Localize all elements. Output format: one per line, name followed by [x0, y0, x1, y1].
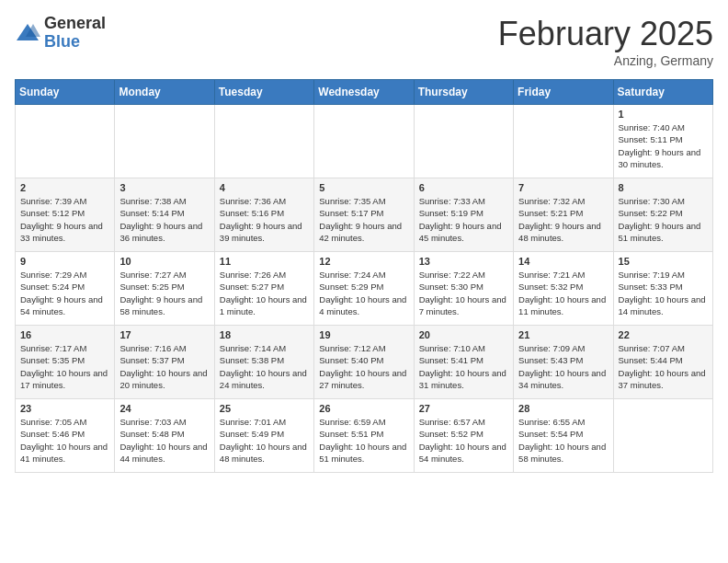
calendar-week-row: 2Sunrise: 7:39 AM Sunset: 5:12 PM Daylig… — [16, 178, 713, 252]
calendar-cell: 12Sunrise: 7:24 AM Sunset: 5:29 PM Dayli… — [314, 252, 414, 326]
calendar-cell — [613, 399, 712, 473]
logo-text: General Blue — [44, 15, 106, 52]
page-header: General Blue February 2025 Anzing, Germa… — [15, 15, 713, 68]
day-number: 28 — [518, 403, 608, 414]
day-number: 25 — [220, 403, 309, 414]
weekday-header: Sunday — [16, 80, 115, 105]
calendar-cell: 28Sunrise: 6:55 AM Sunset: 5:54 PM Dayli… — [514, 399, 613, 473]
weekday-header: Wednesday — [314, 80, 414, 105]
calendar-cell — [16, 105, 115, 178]
day-info: Sunrise: 7:33 AM Sunset: 5:19 PM Dayligh… — [419, 195, 508, 244]
day-info: Sunrise: 7:29 AM Sunset: 5:24 PM Dayligh… — [20, 269, 109, 317]
calendar-cell: 23Sunrise: 7:05 AM Sunset: 5:46 PM Dayli… — [16, 399, 115, 473]
day-info: Sunrise: 7:30 AM Sunset: 5:22 PM Dayligh… — [619, 195, 708, 244]
day-info: Sunrise: 6:57 AM Sunset: 5:52 PM Dayligh… — [419, 416, 508, 465]
logo-general: General — [44, 14, 106, 32]
day-info: Sunrise: 7:14 AM Sunset: 5:38 PM Dayligh… — [220, 342, 309, 391]
location: Anzing, Germany — [498, 53, 713, 68]
calendar-cell: 2Sunrise: 7:39 AM Sunset: 5:12 PM Daylig… — [16, 178, 115, 252]
day-info: Sunrise: 6:55 AM Sunset: 5:54 PM Dayligh… — [518, 416, 608, 465]
day-number: 19 — [319, 329, 408, 340]
day-number: 22 — [619, 329, 708, 340]
day-info: Sunrise: 7:05 AM Sunset: 5:46 PM Dayligh… — [20, 416, 109, 465]
day-number: 5 — [319, 182, 408, 193]
day-info: Sunrise: 7:36 AM Sunset: 5:16 PM Dayligh… — [220, 195, 309, 244]
day-number: 24 — [119, 403, 209, 414]
logo-blue: Blue — [44, 32, 80, 51]
day-number: 1 — [619, 109, 708, 120]
day-info: Sunrise: 7:21 AM Sunset: 5:32 PM Dayligh… — [518, 269, 608, 317]
weekday-header: Monday — [115, 80, 214, 105]
calendar-week-row: 16Sunrise: 7:17 AM Sunset: 5:35 PM Dayli… — [16, 326, 713, 399]
calendar-cell: 21Sunrise: 7:09 AM Sunset: 5:43 PM Dayli… — [514, 326, 613, 399]
calendar-cell: 17Sunrise: 7:16 AM Sunset: 5:37 PM Dayli… — [115, 326, 214, 399]
day-info: Sunrise: 7:07 AM Sunset: 5:44 PM Dayligh… — [619, 342, 708, 391]
calendar-cell: 15Sunrise: 7:19 AM Sunset: 5:33 PM Dayli… — [613, 252, 712, 326]
day-number: 15 — [619, 256, 708, 267]
day-info: Sunrise: 7:03 AM Sunset: 5:48 PM Dayligh… — [119, 416, 209, 465]
calendar-cell — [214, 105, 313, 178]
calendar-cell: 3Sunrise: 7:38 AM Sunset: 5:14 PM Daylig… — [115, 178, 214, 252]
day-info: Sunrise: 7:32 AM Sunset: 5:21 PM Dayligh… — [518, 195, 608, 244]
day-number: 7 — [518, 182, 608, 193]
day-number: 10 — [119, 256, 209, 267]
calendar-cell: 18Sunrise: 7:14 AM Sunset: 5:38 PM Dayli… — [214, 326, 313, 399]
day-info: Sunrise: 7:09 AM Sunset: 5:43 PM Dayligh… — [518, 342, 608, 391]
calendar-cell: 22Sunrise: 7:07 AM Sunset: 5:44 PM Dayli… — [613, 326, 712, 399]
calendar-cell: 20Sunrise: 7:10 AM Sunset: 5:41 PM Dayli… — [414, 326, 513, 399]
weekday-header: Friday — [514, 80, 613, 105]
day-number: 8 — [619, 182, 708, 193]
day-info: Sunrise: 7:19 AM Sunset: 5:33 PM Dayligh… — [619, 269, 708, 317]
day-number: 17 — [119, 329, 209, 340]
day-info: Sunrise: 7:35 AM Sunset: 5:17 PM Dayligh… — [319, 195, 408, 244]
day-info: Sunrise: 7:40 AM Sunset: 5:11 PM Dayligh… — [619, 121, 708, 170]
calendar-cell: 10Sunrise: 7:27 AM Sunset: 5:25 PM Dayli… — [115, 252, 214, 326]
day-number: 4 — [220, 182, 309, 193]
day-number: 6 — [419, 182, 508, 193]
day-number: 16 — [20, 329, 109, 340]
logo-icon — [15, 20, 40, 46]
calendar-cell: 26Sunrise: 6:59 AM Sunset: 5:51 PM Dayli… — [314, 399, 414, 473]
month-title: February 2025 — [498, 15, 713, 53]
calendar-cell: 27Sunrise: 6:57 AM Sunset: 5:52 PM Dayli… — [414, 399, 513, 473]
calendar-cell: 1Sunrise: 7:40 AM Sunset: 5:11 PM Daylig… — [613, 105, 712, 178]
day-number: 27 — [419, 403, 508, 414]
day-info: Sunrise: 7:10 AM Sunset: 5:41 PM Dayligh… — [419, 342, 508, 391]
title-block: February 2025 Anzing, Germany — [498, 15, 713, 68]
calendar-cell — [414, 105, 513, 178]
day-info: Sunrise: 7:16 AM Sunset: 5:37 PM Dayligh… — [119, 342, 209, 391]
calendar-cell: 8Sunrise: 7:30 AM Sunset: 5:22 PM Daylig… — [613, 178, 712, 252]
calendar-cell: 7Sunrise: 7:32 AM Sunset: 5:21 PM Daylig… — [514, 178, 613, 252]
weekday-header: Tuesday — [214, 80, 313, 105]
calendar-cell: 13Sunrise: 7:22 AM Sunset: 5:30 PM Dayli… — [414, 252, 513, 326]
day-info: Sunrise: 7:12 AM Sunset: 5:40 PM Dayligh… — [319, 342, 408, 391]
day-number: 20 — [419, 329, 508, 340]
day-number: 23 — [20, 403, 109, 414]
logo: General Blue — [15, 15, 106, 52]
calendar-cell: 11Sunrise: 7:26 AM Sunset: 5:27 PM Dayli… — [214, 252, 313, 326]
calendar-cell — [115, 105, 214, 178]
calendar-cell: 24Sunrise: 7:03 AM Sunset: 5:48 PM Dayli… — [115, 399, 214, 473]
calendar-cell: 6Sunrise: 7:33 AM Sunset: 5:19 PM Daylig… — [414, 178, 513, 252]
day-info: Sunrise: 7:27 AM Sunset: 5:25 PM Dayligh… — [119, 269, 209, 317]
day-info: Sunrise: 7:38 AM Sunset: 5:14 PM Dayligh… — [119, 195, 209, 244]
calendar-cell: 4Sunrise: 7:36 AM Sunset: 5:16 PM Daylig… — [214, 178, 313, 252]
day-number: 12 — [319, 256, 408, 267]
calendar-cell: 5Sunrise: 7:35 AM Sunset: 5:17 PM Daylig… — [314, 178, 414, 252]
day-info: Sunrise: 6:59 AM Sunset: 5:51 PM Dayligh… — [319, 416, 408, 465]
calendar-cell: 9Sunrise: 7:29 AM Sunset: 5:24 PM Daylig… — [16, 252, 115, 326]
day-number: 11 — [220, 256, 309, 267]
calendar-week-row: 1Sunrise: 7:40 AM Sunset: 5:11 PM Daylig… — [16, 105, 713, 178]
day-number: 18 — [220, 329, 309, 340]
calendar-cell — [514, 105, 613, 178]
day-number: 21 — [518, 329, 608, 340]
day-number: 14 — [518, 256, 608, 267]
calendar-cell: 14Sunrise: 7:21 AM Sunset: 5:32 PM Dayli… — [514, 252, 613, 326]
day-number: 9 — [20, 256, 109, 267]
day-info: Sunrise: 7:22 AM Sunset: 5:30 PM Dayligh… — [419, 269, 508, 317]
calendar-cell: 16Sunrise: 7:17 AM Sunset: 5:35 PM Dayli… — [16, 326, 115, 399]
calendar-cell: 25Sunrise: 7:01 AM Sunset: 5:49 PM Dayli… — [214, 399, 313, 473]
calendar-table: SundayMondayTuesdayWednesdayThursdayFrid… — [15, 79, 713, 473]
calendar-week-row: 23Sunrise: 7:05 AM Sunset: 5:46 PM Dayli… — [16, 399, 713, 473]
weekday-header: Thursday — [414, 80, 513, 105]
